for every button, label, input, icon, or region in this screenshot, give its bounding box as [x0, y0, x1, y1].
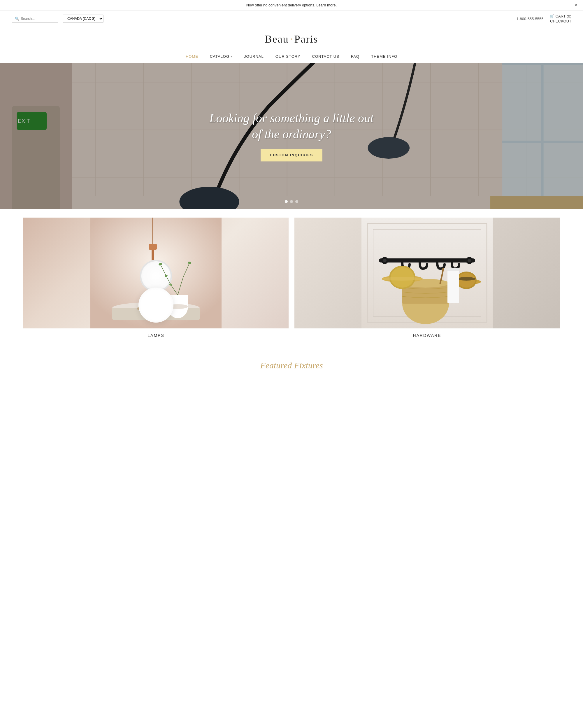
logo-dot: · [290, 33, 293, 45]
svg-point-69 [382, 277, 423, 281]
lamps-image [23, 217, 288, 329]
nav-label-faq: FAQ [351, 54, 359, 59]
svg-point-54 [137, 306, 149, 311]
svg-rect-43 [149, 244, 157, 250]
nav-label-catalog: CATALOG [210, 54, 229, 59]
custom-inquiries-button[interactable]: CUSTOM INQUIRIES [260, 149, 323, 162]
logo-text: Beau·Paris [265, 33, 318, 45]
category-grid: LAMPS [23, 217, 560, 340]
featured-title: Featured Fixtures [0, 361, 583, 370]
svg-rect-75 [447, 268, 459, 271]
svg-rect-44 [152, 217, 153, 244]
hardware-label: HARDWARE [295, 329, 560, 340]
announcement-bar: Now offering convenient delivery options… [0, 0, 583, 10]
nav-label-theme-info: THEME INFO [371, 54, 397, 59]
top-bar-right: 1-800-555-5555 🛒 CART (0) CHECKOUT [517, 14, 571, 23]
nav-item-our-story[interactable]: OUR STORY [275, 54, 301, 59]
svg-rect-74 [447, 268, 459, 303]
lamps-svg [23, 217, 288, 329]
nav-label-our-story: OUR STORY [275, 54, 301, 59]
search-box: 🔍 [12, 15, 58, 23]
category-card-hardware[interactable]: HARDWARE [295, 217, 560, 340]
cart-checkout-col: 🛒 CART (0) CHECKOUT [550, 14, 571, 23]
svg-point-60 [383, 259, 387, 262]
featured-section: Featured Fixtures [0, 349, 583, 376]
hero-dots [285, 200, 298, 203]
cart-link[interactable]: 🛒 CART (0) [550, 14, 571, 18]
nav-label-journal: JOURNAL [244, 54, 264, 59]
announcement-text: Now offering convenient delivery options… [246, 3, 315, 7]
svg-rect-58 [379, 258, 475, 262]
top-bar: 🔍 CANADA (CAD $) 1-800-555-5555 🛒 CART (… [0, 10, 583, 27]
search-icon: 🔍 [15, 17, 19, 21]
hero-title: Looking for something a little out of th… [204, 110, 379, 142]
svg-point-49 [168, 304, 188, 309]
hardware-image [295, 217, 560, 329]
announcement-link[interactable]: Learn more. [316, 3, 337, 7]
chevron-down-icon: ▾ [230, 55, 232, 58]
top-bar-left: 🔍 CANADA (CAD $) [12, 15, 104, 23]
nav-item-catalog[interactable]: CATALOG ▾ [210, 54, 232, 59]
cart-icon: 🛒 [550, 14, 554, 18]
nav-item-home[interactable]: HOME [186, 54, 198, 59]
phone-number: 1-800-555-5555 [517, 17, 544, 21]
announcement-close-button[interactable]: × [575, 3, 577, 8]
category-card-lamps[interactable]: LAMPS [23, 217, 288, 340]
hero-dot-1[interactable] [285, 200, 288, 203]
logo-section: Beau·Paris [0, 27, 583, 50]
logo-left: Beau [265, 33, 289, 45]
nav-label-home: HOME [186, 54, 198, 59]
currency-select[interactable]: CANADA (CAD $) [63, 15, 104, 23]
svg-point-73 [457, 277, 476, 281]
hero-content: Looking for something a little out of th… [204, 110, 379, 161]
nav-item-journal[interactable]: JOURNAL [244, 54, 264, 59]
hero-dot-2[interactable] [290, 200, 293, 203]
nav-label-contact-us: CONTACT US [312, 54, 339, 59]
hardware-svg [295, 217, 560, 329]
search-input[interactable] [21, 17, 55, 21]
nav-item-theme-info[interactable]: THEME INFO [371, 54, 397, 59]
logo-right: Paris [294, 33, 318, 45]
checkout-link[interactable]: CHECKOUT [550, 19, 571, 23]
svg-point-62 [468, 259, 471, 262]
nav-item-contact-us[interactable]: CONTACT US [312, 54, 339, 59]
lamps-label: LAMPS [23, 329, 288, 340]
hero-dot-3[interactable] [295, 200, 298, 203]
logo-link[interactable]: Beau·Paris [265, 38, 318, 44]
nav-item-faq[interactable]: FAQ [351, 54, 359, 59]
nav-bar: HOME CATALOG ▾ JOURNAL OUR STORY CONTACT… [0, 50, 583, 63]
hero-section: EXIT [0, 63, 583, 209]
cart-label: CART (0) [556, 14, 571, 18]
